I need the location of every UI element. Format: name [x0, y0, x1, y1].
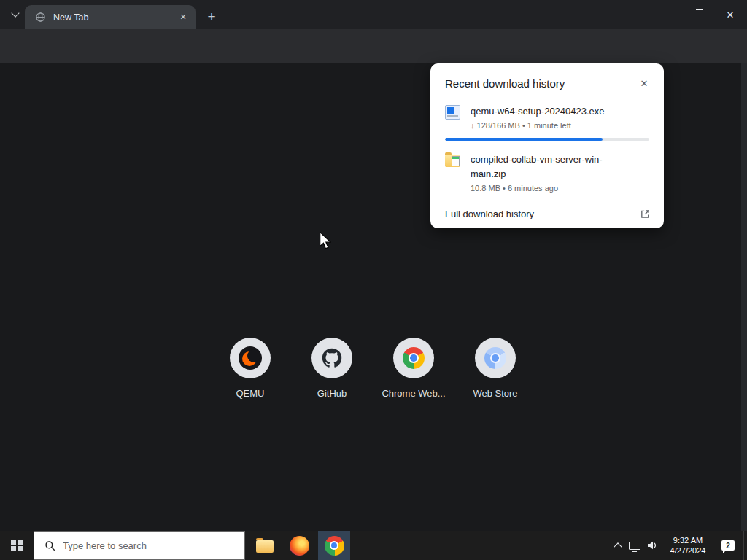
folder-icon	[256, 540, 274, 553]
web-store-logo-icon	[484, 347, 506, 369]
chrome-button-active[interactable]	[318, 531, 350, 560]
chevron-up-icon	[614, 542, 622, 551]
shortcut-chrome-web-store[interactable]: Chrome Web...	[373, 338, 454, 408]
shortcut-circle	[311, 338, 352, 378]
download-status: 10.8 MB • 6 minutes ago	[471, 184, 649, 192]
volume-tray-button[interactable]	[643, 531, 661, 560]
download-popup-header: Recent download history ✕	[430, 74, 664, 98]
firefox-button[interactable]	[283, 531, 315, 560]
shortcut-circle	[475, 338, 516, 378]
notification-icon: 2	[721, 540, 735, 551]
popup-close-icon[interactable]: ✕	[636, 75, 652, 91]
download-file-name: compiled-collab-vm-server-win-main.zip	[471, 152, 620, 182]
download-progress-fill	[445, 138, 603, 141]
github-logo-icon	[320, 346, 344, 370]
shortcut-circle	[230, 338, 271, 378]
minimize-icon	[659, 15, 667, 15]
tray-expand-button[interactable]	[610, 531, 626, 560]
chevron-down-icon	[11, 9, 19, 17]
shortcut-label: GitHub	[317, 388, 347, 399]
taskbar-search-icon	[44, 540, 55, 551]
download-item-texts: qemu-w64-setup-20240423.exe ↓ 128/166 MB…	[471, 104, 649, 130]
tab-new-tab[interactable]: New Tab ✕	[25, 5, 196, 29]
download-status: ↓ 128/166 MB • 1 minute left	[471, 121, 649, 130]
notification-badge: 2	[726, 542, 730, 550]
clock-time: 9:32 AM	[673, 535, 703, 545]
tab-favicon-globe-icon	[35, 12, 46, 23]
tab-close-icon[interactable]: ✕	[177, 11, 190, 24]
full-download-history-label: Full download history	[445, 209, 534, 219]
show-desktop-button[interactable]	[743, 531, 747, 560]
taskbar-search-input[interactable]	[63, 540, 237, 551]
download-progress-bar	[445, 138, 649, 141]
firefox-logo-icon	[290, 536, 309, 556]
restore-icon	[694, 12, 700, 18]
chrome-logo-icon	[403, 347, 425, 369]
exe-file-icon	[445, 105, 460, 120]
start-button[interactable]	[0, 531, 34, 560]
taskbar-clock[interactable]: 9:32 AM 4/27/2024	[662, 531, 713, 560]
download-item-texts: compiled-collab-vm-server-win-main.zip 1…	[471, 152, 649, 192]
action-center-button[interactable]: 2	[713, 531, 743, 560]
zip-file-icon	[445, 155, 460, 167]
windows-logo-icon	[11, 540, 23, 551]
shortcut-label: Web Store	[473, 388, 517, 399]
external-link-icon	[640, 209, 651, 219]
tab-title: New Tab	[53, 12, 177, 23]
qemu-logo-icon	[239, 346, 262, 370]
window-close-button[interactable]: ✕	[713, 0, 747, 29]
tab-strip: New Tab ✕ + ✕	[0, 0, 747, 29]
tab-search-button[interactable]	[6, 6, 25, 23]
shortcut-label: Chrome Web...	[382, 388, 445, 399]
restore-button[interactable]	[680, 0, 713, 29]
page-scrollbar[interactable]	[741, 63, 747, 531]
shortcut-web-store[interactable]: Web Store	[454, 338, 536, 408]
shortcut-qemu[interactable]: QEMU	[209, 338, 291, 408]
download-item-zip[interactable]: compiled-collab-vm-server-win-main.zip 1…	[430, 147, 664, 192]
chrome-logo-icon	[325, 536, 344, 556]
network-tray-button[interactable]	[626, 531, 643, 560]
speaker-icon	[646, 540, 658, 551]
download-item-qemu[interactable]: qemu-w64-setup-20240423.exe ↓ 128/166 MB…	[430, 98, 664, 130]
network-icon	[629, 542, 640, 550]
taskbar-search-box[interactable]	[34, 531, 245, 560]
screen: New Tab ✕ + ✕	[0, 0, 747, 560]
minimize-button[interactable]	[646, 0, 680, 29]
download-file-name: qemu-w64-setup-20240423.exe	[471, 104, 649, 119]
clock-date: 4/27/2024	[670, 545, 706, 556]
new-tab-button[interactable]: +	[201, 7, 222, 27]
mouse-cursor	[319, 231, 331, 250]
file-explorer-button[interactable]	[249, 531, 280, 560]
windows-taskbar: 9:32 AM 4/27/2024 2	[0, 531, 747, 560]
full-download-history-link[interactable]: Full download history	[430, 203, 664, 219]
download-popup-title: Recent download history	[445, 77, 565, 90]
window-controls: ✕	[646, 0, 747, 29]
shortcut-github[interactable]: GitHub	[291, 338, 373, 408]
shortcut-circle	[393, 338, 434, 378]
download-history-popup: Recent download history ✕ qemu-w64-setup…	[430, 63, 664, 228]
shortcut-label: QEMU	[236, 388, 265, 399]
browser-toolbar: ☆ ↓	[0, 29, 747, 63]
